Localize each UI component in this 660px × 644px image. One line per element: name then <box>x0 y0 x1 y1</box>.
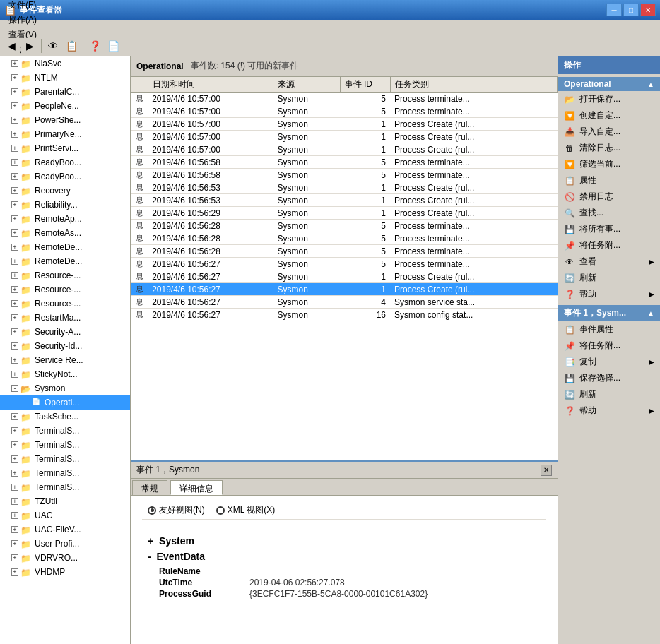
sidebar-item-13[interactable]: +📁RemoteDe... <box>0 240 130 254</box>
xml-view-radio[interactable] <box>216 506 225 515</box>
col-datetime[interactable]: 日期和时间 <box>148 77 273 93</box>
expand-icon-32[interactable]: + <box>11 512 18 519</box>
table-row[interactable]: 息2019/4/6 10:57:00Sysmon1Process Create … <box>131 131 558 143</box>
expand-icon-9[interactable]: + <box>11 187 18 194</box>
sidebar-item-17[interactable]: +📁Resource-... <box>0 297 130 311</box>
col-level[interactable] <box>131 77 148 93</box>
expand-icon-30[interactable]: + <box>11 484 18 491</box>
action-item-0-0[interactable]: 📂打开保存... <box>558 91 660 107</box>
sidebar-item-21[interactable]: +📁Service Re... <box>0 353 130 367</box>
expand-icon-12[interactable]: + <box>11 229 18 237</box>
close-button[interactable]: ✕ <box>640 4 656 16</box>
sidebar-item-2[interactable]: +📁ParentalC... <box>0 85 130 99</box>
sidebar-item-18[interactable]: +📁RestartMa... <box>0 311 130 325</box>
action-item-0-11[interactable]: 🔄刷新 <box>558 270 660 286</box>
sidebar-item-23[interactable]: -📂Sysmon <box>0 381 130 395</box>
expand-icon-26[interactable]: + <box>11 427 18 434</box>
col-category[interactable]: 任务类别 <box>390 77 558 93</box>
expand-icon-21[interactable]: + <box>11 357 18 364</box>
maximize-button[interactable]: □ <box>623 4 639 16</box>
show-hide-button[interactable]: 👁 <box>45 38 61 54</box>
sidebar-item-4[interactable]: +📁PowerShe... <box>0 113 130 127</box>
action-item-0-3[interactable]: 🗑清除日志... <box>558 140 660 156</box>
sidebar-item-29[interactable]: +📁TerminalS... <box>0 466 130 480</box>
action-item-1-1[interactable]: 📌将任务附... <box>558 338 660 354</box>
detail-content[interactable]: 友好视图(N) XML 视图(X) + System - EventData <box>131 496 558 644</box>
expand-icon-15[interactable]: + <box>11 272 18 279</box>
action-item-1-3[interactable]: 💾保存选择... <box>558 370 660 386</box>
sidebar-item-20[interactable]: +📁Security-Id... <box>0 339 130 353</box>
sidebar-item-12[interactable]: +📁RemoteAs... <box>0 226 130 240</box>
sidebar-item-11[interactable]: +📁RemoteAp... <box>0 212 130 226</box>
detail-close-button[interactable]: ✕ <box>541 465 552 476</box>
action-item-1-5[interactable]: ❓帮助▶ <box>558 402 660 419</box>
right-section-title-1[interactable]: 事件 1，Sysm...▲ <box>558 305 660 321</box>
expand-icon-14[interactable]: + <box>11 258 18 265</box>
expand-icon-1[interactable]: + <box>11 74 18 81</box>
table-row[interactable]: 息2019/4/6 10:56:28Sysmon5Process termina… <box>131 220 558 232</box>
expand-icon-4[interactable]: + <box>11 117 18 124</box>
action-item-1-4[interactable]: 🔄刷新 <box>558 386 660 402</box>
expand-icon-22[interactable]: + <box>11 371 18 378</box>
forward-button[interactable]: ▶ <box>21 38 38 54</box>
expand-icon-36[interactable]: + <box>11 568 18 576</box>
table-row[interactable]: 息2019/4/6 10:57:00Sysmon5Process termina… <box>131 105 558 118</box>
table-row[interactable]: 息2019/4/6 10:56:58Sysmon5Process termina… <box>131 169 558 181</box>
expand-icon-16[interactable]: + <box>11 286 18 293</box>
col-source[interactable]: 来源 <box>273 77 340 93</box>
table-row[interactable]: 息2019/4/6 10:56:58Sysmon5Process termina… <box>131 156 558 169</box>
expand-icon-17[interactable]: + <box>11 300 18 307</box>
system-toggle[interactable]: + <box>148 535 153 547</box>
sidebar-item-25[interactable]: +📁TaskSche... <box>0 410 130 424</box>
sidebar-item-0[interactable]: +📁NlaSvc <box>0 56 130 71</box>
expand-icon-18[interactable]: + <box>11 314 18 321</box>
expand-icon-23[interactable]: - <box>11 385 18 392</box>
sidebar-item-27[interactable]: +📁TerminalS... <box>0 438 130 452</box>
expand-icon-13[interactable]: + <box>11 244 18 251</box>
eventdata-section[interactable]: - EventData <box>148 551 541 562</box>
table-row[interactable]: 息2019/4/6 10:57:00Sysmon1Process Create … <box>131 118 558 131</box>
sidebar-item-14[interactable]: +📁RemoteDe... <box>0 254 130 268</box>
expand-icon-31[interactable]: + <box>11 498 18 505</box>
back-button[interactable]: ◀ <box>3 38 20 54</box>
table-row[interactable]: 息2019/4/6 10:56:27Sysmon4Sysmon service … <box>131 296 558 309</box>
tab-general[interactable]: 常规 <box>132 480 167 495</box>
menu-item-操作(A)[interactable]: 操作(A) <box>3 13 43 28</box>
table-scroll[interactable]: 日期和时间 来源 事件 ID 任务类别 息2019/4/6 10:57:00Sy… <box>131 76 558 460</box>
help-button[interactable]: ❓ <box>86 38 103 54</box>
action-item-1-0[interactable]: 📋事件属性 <box>558 321 660 338</box>
sidebar-item-24[interactable]: 📄Operati... <box>0 395 130 410</box>
expand-icon-10[interactable]: + <box>11 201 18 208</box>
sidebar-item-34[interactable]: +📁User Profi... <box>0 537 130 551</box>
action-item-0-2[interactable]: 📥导入自定... <box>558 124 660 140</box>
table-row[interactable]: 息2019/4/6 10:56:28Sysmon5Process termina… <box>131 232 558 245</box>
expand-icon-35[interactable]: + <box>11 554 18 561</box>
action-item-0-10[interactable]: 👁查看▶ <box>558 254 660 270</box>
table-row[interactable]: 息2019/4/6 10:56:53Sysmon1Process Create … <box>131 194 558 207</box>
expand-icon-20[interactable]: + <box>11 342 18 350</box>
sidebar-item-5[interactable]: +📁PrimaryNe... <box>0 127 130 141</box>
expand-icon-27[interactable]: + <box>11 441 18 448</box>
sidebar-item-19[interactable]: +📁Security-A... <box>0 325 130 339</box>
table-row[interactable]: 息2019/4/6 10:56:27Sysmon5Process termina… <box>131 258 558 270</box>
table-row[interactable]: 息2019/4/6 10:56:29Sysmon1Process Create … <box>131 207 558 220</box>
xml-view-option[interactable]: XML 视图(X) <box>216 504 276 516</box>
extra-button[interactable]: 📄 <box>105 38 122 54</box>
table-row[interactable]: 息2019/4/6 10:56:27Sysmon1Process Create … <box>131 270 558 283</box>
action-item-0-1[interactable]: 🔽创建自定... <box>558 107 660 124</box>
sidebar-item-26[interactable]: +📁TerminalS... <box>0 424 130 438</box>
menu-item-文件(F)[interactable]: 文件(F) <box>3 0 43 13</box>
expand-icon-7[interactable]: + <box>11 159 18 166</box>
sidebar-item-15[interactable]: +📁Resource-... <box>0 268 130 282</box>
sidebar-item-28[interactable]: +📁TerminalS... <box>0 452 130 466</box>
sidebar-item-31[interactable]: +📁TZUtil <box>0 494 130 508</box>
expand-icon-6[interactable]: + <box>11 145 18 152</box>
sidebar-item-32[interactable]: +📁UAC <box>0 508 130 523</box>
expand-icon-11[interactable]: + <box>11 215 18 222</box>
sidebar-item-33[interactable]: +📁UAC-FileV... <box>0 523 130 537</box>
sidebar-item-10[interactable]: +📁Reliability... <box>0 198 130 212</box>
action-item-0-4[interactable]: 🔽筛选当前... <box>558 156 660 172</box>
action-item-0-5[interactable]: 📋属性 <box>558 172 660 189</box>
table-row[interactable]: 息2019/4/6 10:57:00Sysmon5Process termina… <box>131 93 558 105</box>
col-eventid[interactable]: 事件 ID <box>340 77 390 93</box>
